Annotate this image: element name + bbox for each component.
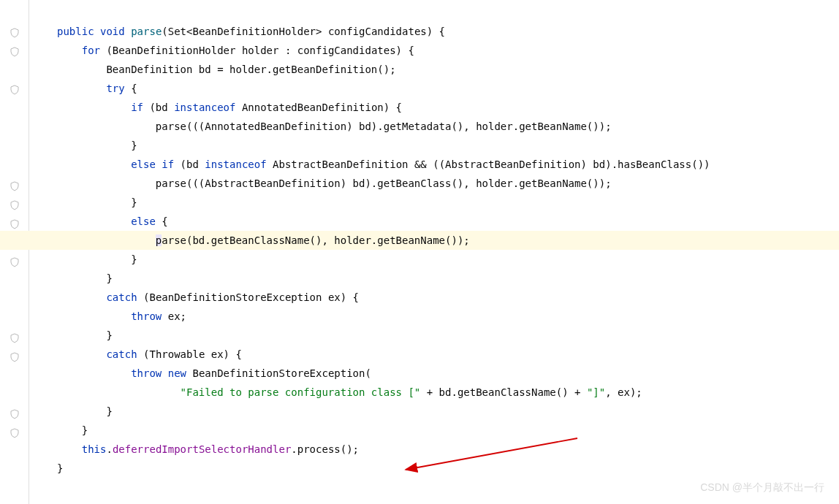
- code-line: }: [57, 326, 839, 345]
- code-line: }: [57, 250, 839, 269]
- keyword-this: this: [82, 443, 107, 455]
- code-line: if (bd instanceof AnnotatedBeanDefinitio…: [57, 98, 839, 117]
- gutter-override-icon[interactable]: [10, 254, 19, 264]
- code-line: public void parse(Set<BeanDefinitionHold…: [57, 22, 839, 41]
- gutter: [0, 0, 29, 504]
- code-line: }: [57, 136, 839, 155]
- keyword-instanceof: instanceof: [205, 159, 266, 170]
- code-line: parse(((AnnotatedBeanDefinition) bd).get…: [57, 117, 839, 136]
- code-line: throw ex;: [57, 307, 839, 326]
- gutter-override-icon[interactable]: [10, 197, 19, 207]
- code-line: }: [57, 402, 839, 421]
- keyword-if: if: [131, 102, 143, 113]
- gutter-override-icon[interactable]: [10, 216, 19, 226]
- code-line-highlighted: parse(bd.getBeanClassName(), holder.getB…: [0, 231, 839, 250]
- code-line: else if (bd instanceof AbstractBeanDefin…: [57, 155, 839, 174]
- keyword-void: void: [100, 26, 125, 37]
- field-reference: deferredImportSelectorHandler: [113, 443, 291, 455]
- keyword-throw: throw: [131, 367, 162, 379]
- code-line: catch (BeanDefinitionStoreException ex) …: [57, 288, 839, 307]
- code-line: catch (Throwable ex) {: [57, 345, 839, 364]
- keyword-try: try: [106, 83, 124, 94]
- method-name: parse: [131, 26, 162, 37]
- code-line: }: [57, 459, 839, 478]
- keyword-if: if: [162, 159, 174, 170]
- code-line: }: [57, 193, 839, 212]
- keyword-instanceof: instanceof: [174, 102, 235, 113]
- code-line: "Failed to parse configuration class [" …: [57, 383, 839, 402]
- keyword-catch: catch: [106, 291, 137, 303]
- keyword-throw: throw: [131, 310, 162, 322]
- code-line: throw new BeanDefinitionStoreException(: [57, 364, 839, 383]
- keyword-catch: catch: [106, 348, 137, 360]
- keyword-public: public: [57, 26, 94, 37]
- string-literal: "]": [587, 386, 605, 398]
- keyword-else: else: [131, 159, 156, 170]
- gutter-override-icon[interactable]: [10, 25, 19, 35]
- gutter-override-icon[interactable]: [10, 349, 19, 359]
- code-line: for (BeanDefinitionHolder holder : confi…: [57, 41, 839, 60]
- gutter-override-icon[interactable]: [10, 44, 19, 54]
- keyword-else: else: [131, 215, 156, 227]
- gutter-override-icon[interactable]: [10, 178, 19, 188]
- code-line: parse(((AbstractBeanDefinition) bd).getB…: [57, 174, 839, 193]
- watermark: CSDN @半个月敲不出一行: [700, 478, 824, 497]
- code-line: this.deferredImportSelectorHandler.proce…: [57, 440, 839, 459]
- code-line: }: [57, 421, 839, 440]
- code-line: else {: [57, 212, 839, 231]
- code-editor[interactable]: public void parse(Set<BeanDefinitionHold…: [29, 0, 839, 504]
- string-literal: "Failed to parse configuration class [": [181, 386, 421, 398]
- gutter-override-icon[interactable]: [10, 425, 19, 435]
- code-line: }: [57, 269, 839, 288]
- gutter-override-icon[interactable]: [10, 82, 19, 92]
- gutter-override-icon[interactable]: [10, 330, 19, 340]
- code-line: try {: [57, 79, 839, 98]
- gutter-override-icon[interactable]: [10, 406, 19, 416]
- code-line: BeanDefinition bd = holder.getBeanDefini…: [57, 60, 839, 79]
- keyword-new: new: [168, 367, 186, 379]
- keyword-for: for: [82, 45, 100, 56]
